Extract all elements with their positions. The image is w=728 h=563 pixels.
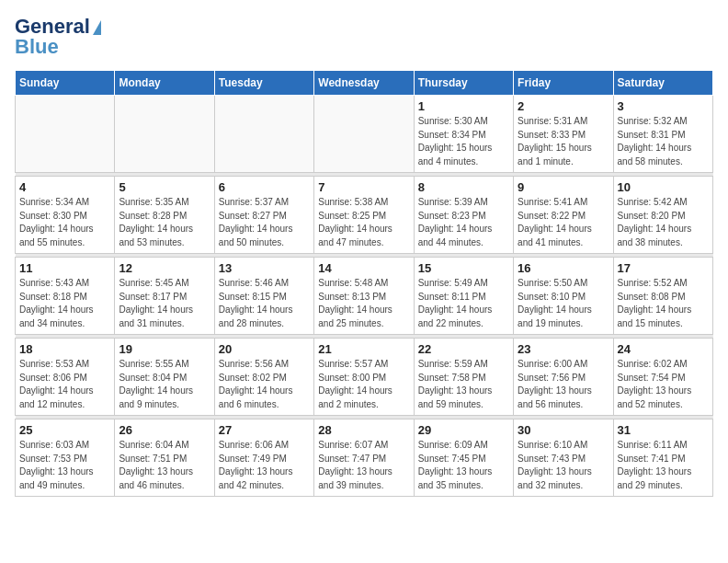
day-info: Sunrise: 5:55 AM Sunset: 8:04 PM Dayligh… [119,358,210,411]
calendar-cell [314,96,414,173]
calendar-cell: 14Sunrise: 5:48 AM Sunset: 8:13 PM Dayli… [314,258,414,335]
calendar-cell: 1Sunrise: 5:30 AM Sunset: 8:34 PM Daylig… [414,96,513,173]
calendar-cell: 8Sunrise: 5:39 AM Sunset: 8:23 PM Daylig… [414,177,513,254]
day-info: Sunrise: 5:43 AM Sunset: 8:18 PM Dayligh… [19,277,110,330]
col-header-sunday: Sunday [16,71,115,96]
calendar-table: SundayMondayTuesdayWednesdayThursdayFrid… [15,70,713,497]
day-info: Sunrise: 5:45 AM Sunset: 8:17 PM Dayligh… [119,277,210,330]
day-number: 7 [318,180,409,194]
calendar-cell: 11Sunrise: 5:43 AM Sunset: 8:18 PM Dayli… [16,258,115,335]
calendar-cell: 21Sunrise: 5:57 AM Sunset: 8:00 PM Dayli… [314,339,414,416]
day-info: Sunrise: 5:48 AM Sunset: 8:13 PM Dayligh… [318,277,409,330]
day-number: 8 [418,180,509,194]
day-info: Sunrise: 5:52 AM Sunset: 8:08 PM Dayligh… [618,277,709,330]
day-info: Sunrise: 6:07 AM Sunset: 7:47 PM Dayligh… [318,439,409,492]
col-header-tuesday: Tuesday [214,71,313,96]
day-number: 20 [219,342,310,356]
calendar-cell: 10Sunrise: 5:42 AM Sunset: 8:20 PM Dayli… [613,177,712,254]
calendar-header-row: SundayMondayTuesdayWednesdayThursdayFrid… [16,71,713,96]
day-info: Sunrise: 5:59 AM Sunset: 7:58 PM Dayligh… [418,358,509,411]
day-number: 28 [318,423,409,437]
calendar-cell: 19Sunrise: 5:55 AM Sunset: 8:04 PM Dayli… [115,339,214,416]
day-info: Sunrise: 5:32 AM Sunset: 8:31 PM Dayligh… [618,115,709,168]
calendar-cell: 24Sunrise: 6:02 AM Sunset: 7:54 PM Dayli… [613,339,712,416]
day-info: Sunrise: 5:49 AM Sunset: 8:11 PM Dayligh… [418,277,509,330]
day-number: 4 [19,180,110,194]
calendar-cell: 18Sunrise: 5:53 AM Sunset: 8:06 PM Dayli… [16,339,115,416]
day-number: 23 [518,342,609,356]
day-number: 29 [418,423,509,437]
calendar-cell: 30Sunrise: 6:10 AM Sunset: 7:43 PM Dayli… [514,419,613,497]
day-number: 22 [418,342,509,356]
day-number: 27 [219,423,310,437]
calendar-week-3: 11Sunrise: 5:43 AM Sunset: 8:18 PM Dayli… [16,258,713,335]
col-header-friday: Friday [514,71,613,96]
col-header-wednesday: Wednesday [314,71,414,96]
day-info: Sunrise: 5:30 AM Sunset: 8:34 PM Dayligh… [418,115,509,168]
day-number: 13 [219,261,310,275]
calendar-cell: 6Sunrise: 5:37 AM Sunset: 8:27 PM Daylig… [214,177,313,254]
day-info: Sunrise: 5:38 AM Sunset: 8:25 PM Dayligh… [318,196,409,249]
calendar-cell: 26Sunrise: 6:04 AM Sunset: 7:51 PM Dayli… [115,419,214,497]
day-number: 18 [19,342,110,356]
day-number: 30 [518,423,609,437]
day-info: Sunrise: 5:50 AM Sunset: 8:10 PM Dayligh… [518,277,609,330]
col-header-thursday: Thursday [414,71,513,96]
calendar-cell: 23Sunrise: 6:00 AM Sunset: 7:56 PM Dayli… [514,339,613,416]
calendar-cell [16,96,115,173]
day-number: 6 [219,180,310,194]
calendar-cell: 28Sunrise: 6:07 AM Sunset: 7:47 PM Dayli… [314,419,414,497]
calendar-week-4: 18Sunrise: 5:53 AM Sunset: 8:06 PM Dayli… [16,339,713,416]
day-info: Sunrise: 6:00 AM Sunset: 7:56 PM Dayligh… [518,358,609,411]
calendar-cell: 25Sunrise: 6:03 AM Sunset: 7:53 PM Dayli… [16,419,115,497]
calendar-cell: 5Sunrise: 5:35 AM Sunset: 8:28 PM Daylig… [115,177,214,254]
day-info: Sunrise: 5:53 AM Sunset: 8:06 PM Dayligh… [19,358,110,411]
day-info: Sunrise: 5:41 AM Sunset: 8:22 PM Dayligh… [518,196,609,249]
calendar-cell: 12Sunrise: 5:45 AM Sunset: 8:17 PM Dayli… [115,258,214,335]
calendar-cell: 27Sunrise: 6:06 AM Sunset: 7:49 PM Dayli… [214,419,313,497]
page-header: General Blue [15,15,713,59]
day-number: 10 [618,180,709,194]
calendar-cell: 22Sunrise: 5:59 AM Sunset: 7:58 PM Dayli… [414,339,513,416]
day-info: Sunrise: 6:11 AM Sunset: 7:41 PM Dayligh… [618,439,709,492]
calendar-cell [115,96,214,173]
day-number: 2 [518,99,609,113]
day-info: Sunrise: 5:42 AM Sunset: 8:20 PM Dayligh… [618,196,709,249]
day-info: Sunrise: 5:34 AM Sunset: 8:30 PM Dayligh… [19,196,110,249]
calendar-cell: 9Sunrise: 5:41 AM Sunset: 8:22 PM Daylig… [514,177,613,254]
day-number: 5 [119,180,210,194]
day-info: Sunrise: 6:02 AM Sunset: 7:54 PM Dayligh… [618,358,709,411]
day-info: Sunrise: 5:46 AM Sunset: 8:15 PM Dayligh… [219,277,310,330]
day-number: 11 [19,261,110,275]
logo-blue: Blue [15,35,59,59]
day-info: Sunrise: 5:35 AM Sunset: 8:28 PM Dayligh… [119,196,210,249]
day-number: 24 [618,342,709,356]
day-info: Sunrise: 6:06 AM Sunset: 7:49 PM Dayligh… [219,439,310,492]
calendar-week-2: 4Sunrise: 5:34 AM Sunset: 8:30 PM Daylig… [16,177,713,254]
calendar-cell: 7Sunrise: 5:38 AM Sunset: 8:25 PM Daylig… [314,177,414,254]
calendar-cell: 16Sunrise: 5:50 AM Sunset: 8:10 PM Dayli… [514,258,613,335]
logo-triangle-icon [93,20,101,35]
day-number: 19 [119,342,210,356]
calendar-cell: 4Sunrise: 5:34 AM Sunset: 8:30 PM Daylig… [16,177,115,254]
day-info: Sunrise: 6:09 AM Sunset: 7:45 PM Dayligh… [418,439,509,492]
day-info: Sunrise: 5:57 AM Sunset: 8:00 PM Dayligh… [318,358,409,411]
calendar-week-5: 25Sunrise: 6:03 AM Sunset: 7:53 PM Dayli… [16,419,713,497]
day-number: 3 [618,99,709,113]
day-info: Sunrise: 5:37 AM Sunset: 8:27 PM Dayligh… [219,196,310,249]
logo: General Blue [15,15,101,59]
day-number: 1 [418,99,509,113]
day-number: 21 [318,342,409,356]
day-number: 12 [119,261,210,275]
calendar-cell: 2Sunrise: 5:31 AM Sunset: 8:33 PM Daylig… [514,96,613,173]
col-header-monday: Monday [115,71,214,96]
calendar-week-1: 1Sunrise: 5:30 AM Sunset: 8:34 PM Daylig… [16,96,713,173]
calendar-cell [214,96,313,173]
calendar-cell: 3Sunrise: 5:32 AM Sunset: 8:31 PM Daylig… [613,96,712,173]
day-number: 16 [518,261,609,275]
calendar-cell: 20Sunrise: 5:56 AM Sunset: 8:02 PM Dayli… [214,339,313,416]
day-number: 17 [618,261,709,275]
calendar-cell: 17Sunrise: 5:52 AM Sunset: 8:08 PM Dayli… [613,258,712,335]
calendar-cell: 31Sunrise: 6:11 AM Sunset: 7:41 PM Dayli… [613,419,712,497]
day-number: 25 [19,423,110,437]
